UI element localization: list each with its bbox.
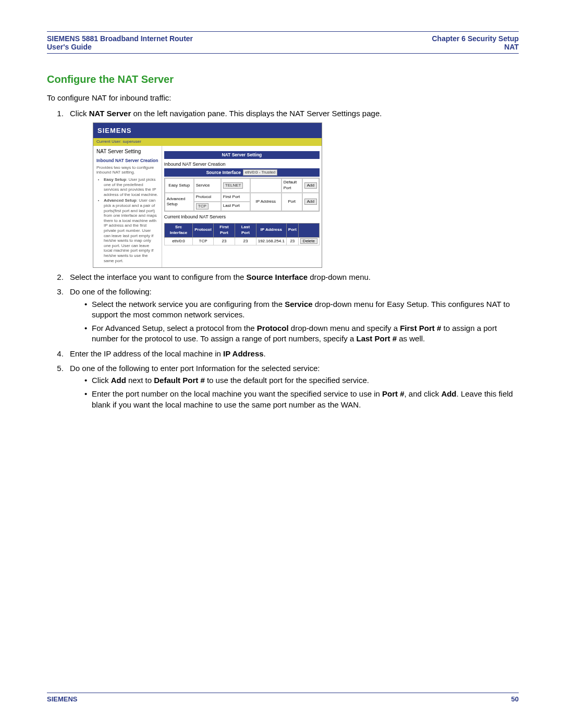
nat-server-screenshot: SIEMENS Current User: superuser NAT Serv… <box>93 122 322 268</box>
step-3-bullet-2: For Advanced Setup, select a protocol fr… <box>84 323 519 344</box>
easy-setup-label: Easy Setup <box>165 178 194 193</box>
ip-address-label: IP Address <box>250 193 282 211</box>
add-adv-button[interactable]: Add <box>302 193 319 211</box>
service-select[interactable]: TELNET <box>221 178 250 193</box>
step-3-bullet-1: Select the network service you are confi… <box>84 299 519 320</box>
th-ip: IP Address <box>256 223 286 237</box>
table-row: eth/0:0 TCP 23 23 192.168.254.1 23 Delet… <box>164 237 319 245</box>
sidebar-desc: Provides two ways to configure inbound N… <box>96 165 158 175</box>
sidebar-subtitle: Inbound NAT Server Creation <box>96 158 158 164</box>
step-1: Click NAT Server on the left navigation … <box>66 108 519 268</box>
section-title: Configure the NAT Server <box>47 73 519 85</box>
footer-page: 50 <box>511 695 519 703</box>
protocol-select[interactable]: TCP <box>194 202 221 211</box>
th-proto: Protocol <box>193 223 213 237</box>
header-guide: User's Guide <box>47 43 193 51</box>
source-interface-row: Source Interface eth/0:0 - Trusted <box>164 168 320 177</box>
current-servers-label: Current Inbound NAT Servers <box>164 214 320 220</box>
header-product: SIEMENS 5881 Broadband Internet Router <box>47 34 193 43</box>
step-2: Select the interface you want to configu… <box>66 272 519 282</box>
step-5-bullet-1: Click Add next to Default Port # to use … <box>84 375 519 386</box>
header-chapter: Chapter 6 Security Setup <box>432 34 519 43</box>
protocol-label: Protocol <box>194 193 221 202</box>
help-sidebar: NAT Server Setting Inbound NAT Server Cr… <box>93 146 162 267</box>
creation-grid: Easy Setup Service TELNET Default Port A… <box>164 178 320 211</box>
th-first: First Port <box>213 223 235 237</box>
step-3: Do one of the following: Select the netw… <box>66 287 519 344</box>
last-port-label: Last Port <box>221 202 250 211</box>
sidebar-title: NAT Server Setting <box>96 148 158 155</box>
source-interface-select[interactable]: eth/0:0 - Trusted <box>243 169 277 176</box>
add-default-button[interactable]: Add <box>302 178 319 193</box>
default-port-label: Default Port <box>282 178 302 193</box>
th-src: Src Interface <box>164 223 193 237</box>
step-5-bullet-2: Enter the port number on the local machi… <box>84 389 519 410</box>
intro-text: To configure NAT for inbound traffic: <box>47 93 519 103</box>
panel-title: NAT Server Setting <box>164 151 320 159</box>
settings-panel: NAT Server Setting Inbound NAT Server Cr… <box>162 146 322 267</box>
delete-button[interactable]: Delete <box>298 237 319 245</box>
source-interface-label: Source Interface <box>206 170 241 176</box>
page-header: SIEMENS 5881 Broadband Internet Router U… <box>47 31 519 54</box>
current-user: Current User: superuser <box>93 138 322 146</box>
port-label: Port <box>282 193 302 211</box>
siemens-logo: SIEMENS <box>93 123 322 139</box>
th-last: Last Port <box>235 223 256 237</box>
sidebar-adv: Advanced Setup: User can pick a protocol… <box>104 198 158 263</box>
page-footer: SIEMENS 50 <box>47 693 519 703</box>
step-5: Do one of the following to enter port In… <box>66 363 519 410</box>
creation-label: Inbound NAT Server Creation <box>164 161 320 167</box>
header-topic: NAT <box>432 43 519 51</box>
service-label: Service <box>194 178 221 193</box>
th-port: Port <box>286 223 298 237</box>
step-4: Enter the IP address of the local machin… <box>66 349 519 359</box>
advanced-setup-label: Advanced Setup <box>165 193 194 211</box>
current-servers-table: Src Interface Protocol First Port Last P… <box>164 223 320 245</box>
footer-brand: SIEMENS <box>47 695 78 703</box>
first-port-label: First Port <box>221 193 250 202</box>
sidebar-easy: Easy Setup: User just picks one of the p… <box>104 177 158 197</box>
steps-list: Click NAT Server on the left navigation … <box>47 108 519 410</box>
